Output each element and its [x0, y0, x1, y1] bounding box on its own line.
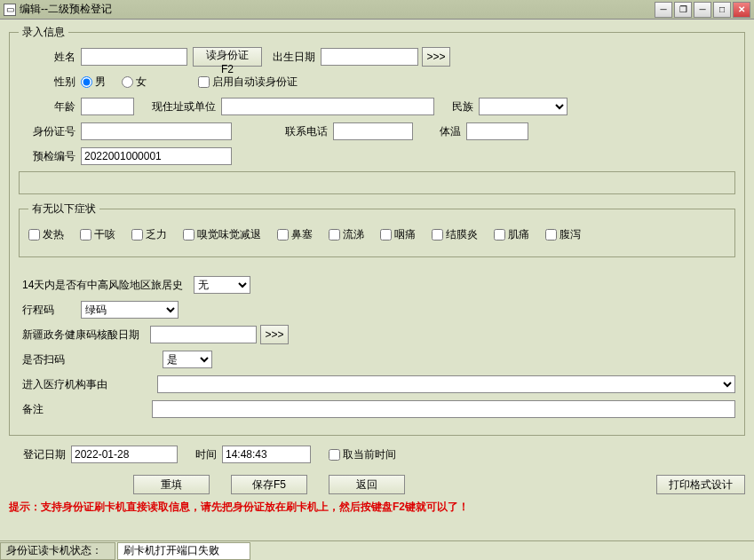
symptom-checkbox-2[interactable] — [131, 229, 143, 241]
symptom-item-2[interactable]: 乏力 — [131, 227, 167, 242]
print-design-button[interactable]: 打印格式设计 — [656, 475, 745, 494]
input-info-group: 录入信息 姓名 读身份证F2 出生日期 >>> 性别 男 女 启用自动读身份证 … — [9, 25, 745, 436]
reset-button[interactable]: 重填 — [133, 475, 210, 494]
status-value: 刷卡机打开端口失败 — [117, 542, 250, 560]
address-input[interactable] — [221, 98, 434, 115]
symptom-checkbox-9[interactable] — [545, 229, 557, 241]
minimize-button[interactable]: ─ — [655, 2, 672, 18]
reason-select[interactable] — [157, 375, 735, 393]
symptom-label-0: 发热 — [43, 227, 64, 242]
symptom-label-3: 嗅觉味觉减退 — [197, 227, 261, 242]
symptom-item-5[interactable]: 流涕 — [329, 227, 364, 242]
symptom-label-2: 乏力 — [146, 227, 167, 242]
regdate-input[interactable] — [71, 446, 178, 463]
gender-label: 性别 — [19, 75, 81, 90]
symptom-item-9[interactable]: 腹泻 — [545, 227, 581, 242]
reason-label: 进入医疗机构事由 — [19, 377, 113, 392]
gender-male-radio[interactable] — [81, 76, 92, 88]
remark-label: 备注 — [19, 402, 81, 417]
gender-female-radio[interactable] — [122, 76, 133, 88]
nucleic-date-input[interactable] — [150, 326, 257, 343]
tripcode-label: 行程码 — [19, 303, 81, 318]
symptom-label-9: 腹泻 — [560, 227, 581, 242]
time-label: 时间 — [195, 447, 222, 462]
input-info-legend: 录入信息 — [19, 25, 68, 40]
read-id-button[interactable]: 读身份证F2 — [193, 47, 262, 67]
idno-label: 身份证号 — [19, 124, 81, 139]
time-input[interactable] — [222, 446, 311, 463]
app-icon: ▭ — [4, 4, 16, 16]
nucleic-date-label: 新疆政务健康码核酸日期 — [19, 327, 145, 343]
save-button[interactable]: 保存F5 — [231, 475, 307, 494]
tip-text: 提示：支持身份证刷卡机直接读取信息，请先把身份证放在刷卡机上，然后按键盘F2键就… — [9, 500, 745, 515]
symptom-checkbox-3[interactable] — [183, 229, 194, 241]
nation-select[interactable] — [479, 98, 567, 115]
use-current-option[interactable]: 取当前时间 — [329, 447, 396, 462]
symptom-item-1[interactable]: 干咳 — [80, 227, 115, 242]
symptom-label-4: 鼻塞 — [291, 227, 313, 242]
use-current-checkbox[interactable] — [329, 449, 340, 461]
symptom-item-8[interactable]: 肌痛 — [494, 227, 529, 242]
temp-input[interactable] — [466, 122, 528, 140]
symptom-checkbox-8[interactable] — [494, 229, 505, 241]
isscan-select[interactable]: 是 — [163, 351, 212, 368]
symptom-label-5: 流涕 — [343, 227, 364, 242]
symptom-label-8: 肌痛 — [508, 227, 529, 242]
address-label: 现住址或单位 — [152, 99, 221, 114]
symptom-checkbox-6[interactable] — [380, 229, 392, 241]
birth-label: 出生日期 — [273, 50, 321, 65]
symptom-item-3[interactable]: 嗅觉味觉减退 — [183, 227, 261, 242]
titlebar: ▭ 编辑--二级预检登记 ─ ❐ ─ □ ✕ — [0, 0, 754, 20]
back-button[interactable]: 返回 — [329, 475, 405, 494]
spacer-box — [19, 171, 735, 194]
minimize2-button[interactable]: ─ — [694, 2, 711, 18]
symptom-item-4[interactable]: 鼻塞 — [277, 227, 313, 242]
regdate-label: 登记日期 — [9, 447, 71, 462]
auto-read-option[interactable]: 启用自动读身份证 — [198, 75, 298, 90]
name-label: 姓名 — [19, 50, 81, 65]
age-input[interactable] — [81, 98, 134, 115]
window-title: 编辑--二级预检登记 — [20, 2, 655, 17]
name-input[interactable] — [81, 48, 187, 66]
temp-label: 体温 — [440, 124, 466, 139]
restore-button[interactable]: ❐ — [674, 2, 692, 18]
isscan-label: 是否扫码 — [19, 352, 81, 367]
nation-label: 民族 — [452, 99, 479, 114]
gender-female-option[interactable]: 女 — [122, 75, 147, 90]
tripcode-select[interactable]: 绿码 — [81, 301, 179, 319]
auto-read-checkbox[interactable] — [198, 76, 210, 88]
precheck-input[interactable] — [81, 147, 232, 165]
gender-male-option[interactable]: 男 — [81, 75, 106, 90]
status-label: 身份证读卡机状态： — [0, 542, 115, 560]
birth-picker-button[interactable]: >>> — [422, 47, 450, 67]
phone-input[interactable] — [333, 122, 413, 140]
symptom-label-6: 咽痛 — [394, 227, 416, 242]
symptom-item-6[interactable]: 咽痛 — [380, 227, 416, 242]
travel14-label: 14天内是否有中高风险地区旅居史 — [19, 278, 188, 293]
symptom-checkbox-0[interactable] — [28, 229, 40, 241]
symptom-item-7[interactable]: 结膜炎 — [432, 227, 478, 242]
symptom-checkbox-5[interactable] — [329, 229, 340, 241]
close-button[interactable]: ✕ — [733, 2, 750, 18]
symptom-label-7: 结膜炎 — [446, 227, 478, 242]
precheck-label: 预检编号 — [19, 149, 81, 164]
maximize-button[interactable]: □ — [713, 2, 731, 18]
nucleic-date-picker-button[interactable]: >>> — [260, 325, 289, 344]
idno-input[interactable] — [81, 122, 232, 140]
birth-input[interactable] — [321, 48, 418, 66]
statusbar: 身份证读卡机状态： 刷卡机打开端口失败 — [0, 540, 754, 560]
symptom-checkbox-7[interactable] — [432, 229, 443, 241]
symptom-label-1: 干咳 — [94, 227, 115, 242]
travel14-select[interactable]: 无 — [194, 276, 250, 294]
remark-input[interactable] — [152, 400, 735, 418]
symptoms-legend: 有无以下症状 — [28, 201, 99, 217]
symptom-item-0[interactable]: 发热 — [28, 227, 64, 242]
age-label: 年龄 — [19, 99, 81, 114]
symptom-checkbox-1[interactable] — [80, 229, 91, 241]
symptom-checkbox-4[interactable] — [277, 229, 289, 241]
symptoms-group: 有无以下症状 发热干咳乏力嗅觉味觉减退鼻塞流涕咽痛结膜炎肌痛腹泻 — [19, 201, 735, 257]
phone-label: 联系电话 — [285, 124, 333, 139]
